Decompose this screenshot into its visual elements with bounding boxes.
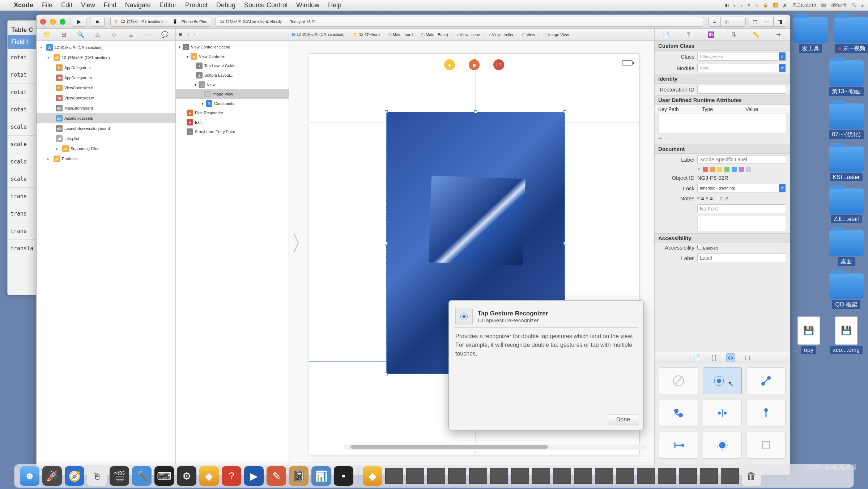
library-item[interactable]	[659, 367, 698, 394]
file-template-library-tab[interactable]: 📄	[693, 353, 702, 362]
terminal-icon[interactable]: ⌨	[154, 466, 174, 486]
menu-product[interactable]: Product	[181, 1, 212, 9]
toggle-debug-area[interactable]: ▭	[761, 17, 774, 26]
launchpad-icon[interactable]: 🚀	[42, 466, 62, 486]
file-item[interactable]: sbMain.storyboard	[37, 103, 175, 113]
project-root[interactable]: ▾A12-转场动画 (CATransition)	[37, 42, 175, 52]
table-row[interactable]: rotat	[8, 84, 39, 101]
notes-style-icon[interactable]: ⋯	[714, 196, 718, 201]
clock[interactable]: 周三16:21:18	[792, 3, 816, 8]
minimized-window[interactable]	[658, 468, 676, 484]
library-item[interactable]	[746, 432, 786, 459]
status-icon[interactable]: ●	[733, 3, 736, 8]
class-combo[interactable]: UIImageView⇵	[697, 52, 786, 61]
minimized-window[interactable]	[700, 468, 718, 484]
minimized-window[interactable]	[532, 468, 550, 484]
restoration-id-field[interactable]	[697, 85, 786, 94]
breakpoint-navigator-tab[interactable]: ▭	[143, 30, 153, 39]
app-icon[interactable]: ▪	[334, 466, 353, 486]
spotlight-icon[interactable]: 🔍	[852, 3, 857, 8]
app-icon[interactable]: ◆	[363, 466, 382, 486]
exit-dock-icon[interactable]: ⬚	[493, 59, 504, 70]
vc-row[interactable]: ▾●View Controller	[176, 52, 289, 61]
minimized-window[interactable]	[721, 468, 739, 484]
editor-mode-assistant[interactable]: ◐	[721, 17, 733, 26]
constraints-row[interactable]: ▸⊞Constraints	[176, 99, 289, 108]
table-row[interactable]: trans	[8, 188, 39, 205]
wifi-icon[interactable]: 📶	[773, 3, 778, 8]
status-icon[interactable]: ⊹	[755, 3, 758, 8]
desktop-folder[interactable]: 桌面	[829, 230, 864, 266]
notes-style-icon[interactable]: ▢	[720, 196, 723, 201]
vc-dock-icon[interactable]: ●	[444, 59, 455, 70]
related-items-icon[interactable]: ⊞	[179, 32, 182, 37]
minimized-window[interactable]	[637, 468, 655, 484]
app-icon[interactable]: ▶	[244, 466, 264, 486]
editor-mode-version[interactable]: ↔	[733, 17, 745, 26]
media-library-tab[interactable]: ▢	[743, 353, 752, 362]
layout-guide-row[interactable]: ⊥Bottom Layout...	[176, 71, 289, 80]
desktop-folder[interactable]: ZJL...etail	[829, 188, 864, 223]
finder-icon[interactable]: ☻	[20, 466, 39, 486]
minimized-window[interactable]	[511, 468, 529, 484]
editor-mode-standard[interactable]: ≡	[709, 17, 721, 26]
app-icon[interactable]: 🖱	[87, 466, 107, 486]
add-attr-button[interactable]: +	[658, 135, 662, 143]
minimized-window[interactable]	[574, 468, 592, 484]
table-row[interactable]: transla	[8, 240, 39, 257]
minimized-window[interactable]	[469, 468, 487, 484]
desktop-file[interactable]: 💾opy	[793, 316, 824, 354]
menu-editor[interactable]: Editor	[155, 1, 181, 9]
udra-table[interactable]	[658, 114, 786, 133]
project-navigator-tab[interactable]: 📁	[42, 30, 52, 39]
table-row[interactable]: scale	[8, 118, 39, 136]
menu-help[interactable]: Help	[324, 1, 346, 9]
table-row[interactable]: scale	[8, 170, 39, 188]
minimized-window[interactable]	[427, 468, 445, 484]
horizontal-scrollbar[interactable]	[343, 445, 647, 450]
table-row[interactable]: scale	[8, 153, 39, 170]
test-navigator-tab[interactable]: ◇	[109, 30, 119, 39]
debug-navigator-tab[interactable]: ≣	[126, 30, 136, 39]
issue-navigator-tab[interactable]: ⚠	[93, 30, 103, 39]
view-row[interactable]: ▾▢View	[176, 80, 289, 89]
minimized-window[interactable]	[406, 468, 424, 484]
desktop-folder[interactable]: KSI...aster	[829, 146, 864, 181]
desktop-file[interactable]: 💾xco....dmg	[831, 316, 862, 354]
table-row[interactable]: rotat	[8, 49, 39, 66]
module-combo[interactable]: None⇵	[697, 64, 786, 72]
file-item-selected[interactable]: xcAssets.xcassets	[37, 113, 175, 123]
app-icon[interactable]: ?	[222, 466, 241, 486]
menu-source-control[interactable]: Source Control	[240, 1, 292, 9]
app-icon[interactable]: 📓	[289, 466, 309, 486]
file-item[interactable]: mAppDelegate.m	[37, 73, 175, 83]
acc-label-field[interactable]	[697, 254, 786, 262]
zoom-button[interactable]	[60, 19, 65, 25]
menu-find[interactable]: Find	[99, 1, 121, 9]
acc-enabled-checkbox[interactable]	[697, 245, 702, 250]
first-responder-row[interactable]: ●First Responder	[176, 108, 289, 118]
desktop-folder[interactable]: 发工具	[793, 17, 828, 53]
minimized-window[interactable]	[595, 468, 613, 484]
app-icon[interactable]: 📊	[311, 466, 331, 486]
size-inspector-tab[interactable]: 📏	[750, 30, 761, 39]
lock-icon[interactable]: 🔒	[763, 3, 768, 8]
minimized-window[interactable]	[616, 468, 634, 484]
jump-bar[interactable]: ▤12-转场动画 (CATransition)〉 📁12-转···tion)〉 …	[289, 29, 654, 41]
object-library-tab[interactable]: ◎	[726, 353, 735, 362]
desktop-folder[interactable]: QQ 框架	[829, 273, 864, 309]
menu-edit[interactable]: Edit	[57, 1, 77, 9]
group-folder[interactable]: ▾📁12-转场动画 (CATransition)	[37, 52, 175, 63]
desktop-folder[interactable]: 07-···(优化)	[829, 103, 864, 139]
identity-inspector-tab[interactable]: 🆔	[706, 30, 716, 39]
menu-navigate[interactable]: Navigate	[121, 1, 155, 9]
stop-button[interactable]: ■	[90, 17, 105, 27]
back-button[interactable]: 〈	[186, 32, 190, 37]
library-item-tap-gesture[interactable]: ↖	[703, 367, 742, 394]
menu-extras-icon[interactable]: ≡	[861, 3, 864, 8]
table-row[interactable]: trans	[8, 222, 39, 240]
table-row[interactable]: rotat	[8, 66, 39, 84]
notes-style-icon[interactable]: ↗	[725, 196, 728, 201]
menu-window[interactable]: Window	[292, 1, 324, 9]
layout-guide-row[interactable]: ⊤Top Layout Guide	[176, 61, 289, 71]
